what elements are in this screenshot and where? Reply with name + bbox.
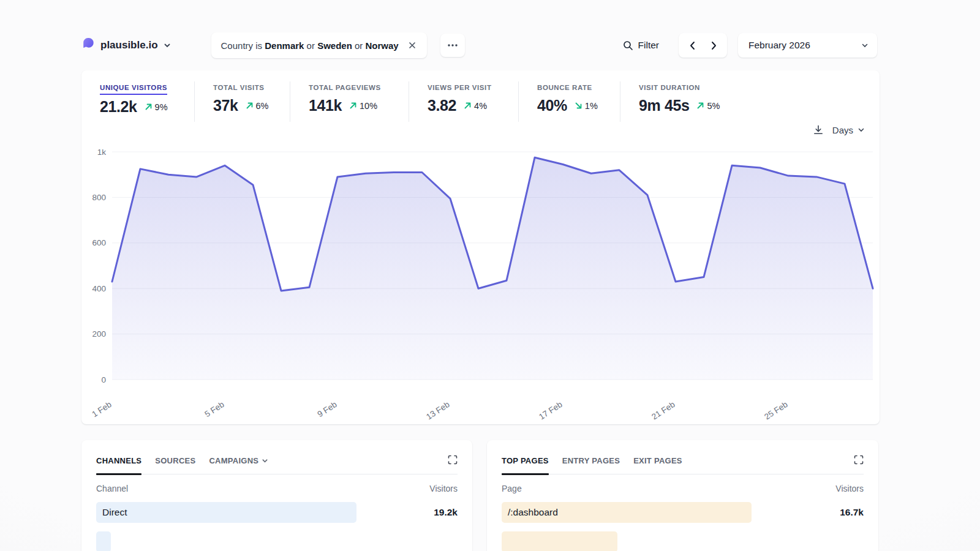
stat-value: 37k [213,97,238,114]
sources-tabs: CHANNELSSOURCESCAMPAIGNS [96,440,458,474]
expand-icon [854,455,864,465]
pages-tabs: TOP PAGESENTRY PAGESEXIT PAGES [502,440,864,474]
table-row[interactable]: /:dashboard16.7k [502,502,864,523]
tab-channels[interactable]: CHANNELS [96,456,141,474]
filter-country: Norway [366,40,399,51]
svg-text:9 Feb: 9 Feb [316,400,339,419]
tab-campaigns[interactable]: CAMPAIGNS [209,456,268,474]
date-nav [679,33,727,58]
row-name: /:dashboard [502,507,558,517]
svg-text:200: 200 [92,329,106,339]
next-period-button[interactable] [710,41,717,50]
interval-dropdown[interactable]: Days [832,125,865,135]
chevron-down-icon [164,42,171,49]
stat-total-pageviews[interactable]: TOTAL PAGEVIEWS141k10% [290,81,409,122]
download-icon [813,124,824,135]
expand-sources-button[interactable] [448,455,458,467]
svg-text:5 Feb: 5 Feb [203,400,226,419]
filter-country: Sweden [317,40,352,51]
tab-top-pages[interactable]: TOP PAGES [502,456,549,474]
svg-text:17 Feb: 17 Feb [537,400,564,419]
row-bar [96,502,356,523]
svg-text:13 Feb: 13 Feb [424,400,451,419]
table-row[interactable]: Direct19.2k [96,502,458,523]
more-filters-button[interactable] [440,34,465,57]
stat-total-visits[interactable]: TOTAL VISITS37k6% [195,81,290,122]
top-bar: plausible.io Country is Denmark or Swede… [81,32,877,58]
pages-table-rows: /:dashboard16.7k [502,502,864,551]
chevron-down-icon [262,457,268,464]
svg-text:600: 600 [92,238,106,247]
trend-up-icon [246,102,254,110]
stat-change: 6% [246,101,269,111]
graph-controls: Days [813,124,865,135]
search-icon [623,40,633,51]
row-name [502,536,508,547]
row-bar [502,531,617,551]
svg-text:400: 400 [92,284,106,293]
ellipsis-icon [447,43,458,47]
stat-value: 9m 45s [639,97,689,114]
row-value: 19.2k [434,502,458,523]
date-range-picker[interactable]: February 2026 [738,33,877,58]
top-stats-row: UNIQUE VISITORS21.2k9%TOTAL VISITS37k6%T… [81,81,743,122]
stat-label: VIEWS PER VISIT [428,81,491,94]
prev-period-button[interactable] [689,41,696,50]
stat-visit-duration[interactable]: VISIT DURATION9m 45s5% [620,81,743,122]
col-page: Page [502,484,522,493]
visitors-area-chart[interactable]: 02004006008001k1 Feb5 Feb9 Feb13 Feb17 F… [81,138,880,419]
table-row[interactable] [96,531,458,551]
svg-text:800: 800 [92,193,106,202]
chevron-down-icon [858,126,865,133]
filter-button-label: Filter [638,40,659,51]
stat-change: 1% [575,101,598,111]
stat-unique-visitors[interactable]: UNIQUE VISITORS21.2k9% [81,81,195,122]
row-name [96,536,102,547]
site-switcher[interactable]: plausible.io [81,38,171,53]
pages-table-header: Page Visitors [502,484,864,493]
stat-change: 9% [145,102,168,112]
svg-text:25 Feb: 25 Feb [763,400,789,419]
svg-text:1 Feb: 1 Feb [91,400,113,419]
chart-series [112,157,873,380]
sources-table-header: Channel Visitors [96,484,458,493]
stat-bounce-rate[interactable]: BOUNCE RATE40%1% [519,81,620,122]
chevron-right-icon [710,41,717,50]
filter-country: Denmark [265,40,304,51]
chevron-down-icon [861,42,869,49]
visitors-graph-panel: UNIQUE VISITORS21.2k9%TOTAL VISITS37k6%T… [81,70,880,424]
stat-label: TOTAL VISITS [213,81,265,94]
site-name: plausible.io [100,39,158,51]
stat-label: TOTAL PAGEVIEWS [309,81,381,94]
stat-views-per-visit[interactable]: VIEWS PER VISIT3.824% [409,81,519,122]
tab-sources[interactable]: SOURCES [155,456,195,474]
svg-text:0: 0 [101,375,106,384]
export-download-button[interactable] [813,124,824,135]
trend-up-icon [696,102,704,110]
sources-panel: CHANNELSSOURCESCAMPAIGNS Channel Visitor… [81,440,472,551]
col-visitors: Visitors [835,484,864,493]
expand-pages-button[interactable] [854,455,864,467]
trend-up-icon [464,102,472,110]
table-row[interactable] [502,531,864,551]
plausible-logo-icon [81,38,95,53]
stat-value: 21.2k [100,98,137,116]
stat-label: VISIT DURATION [639,81,700,94]
stat-label: BOUNCE RATE [537,81,592,94]
stat-change: 5% [696,101,720,111]
tab-entry-pages[interactable]: ENTRY PAGES [562,456,620,474]
row-value: 16.7k [840,502,864,523]
filter-button[interactable]: Filter [618,36,664,54]
sources-table-rows: Direct19.2k [96,502,458,551]
stat-value: 141k [309,97,342,114]
chevron-left-icon [689,41,696,50]
tab-exit-pages[interactable]: EXIT PAGES [633,456,682,474]
svg-text:21 Feb: 21 Feb [650,400,676,419]
remove-filter-icon[interactable] [407,40,417,50]
filter-pill-text: Country is Denmark or Sweden or Norway [221,40,399,51]
svg-text:1k: 1k [97,148,107,157]
active-filter-pill[interactable]: Country is Denmark or Sweden or Norway [211,32,427,58]
col-visitors: Visitors [429,484,458,493]
stat-change: 10% [349,101,377,111]
date-range-label: February 2026 [748,40,861,51]
